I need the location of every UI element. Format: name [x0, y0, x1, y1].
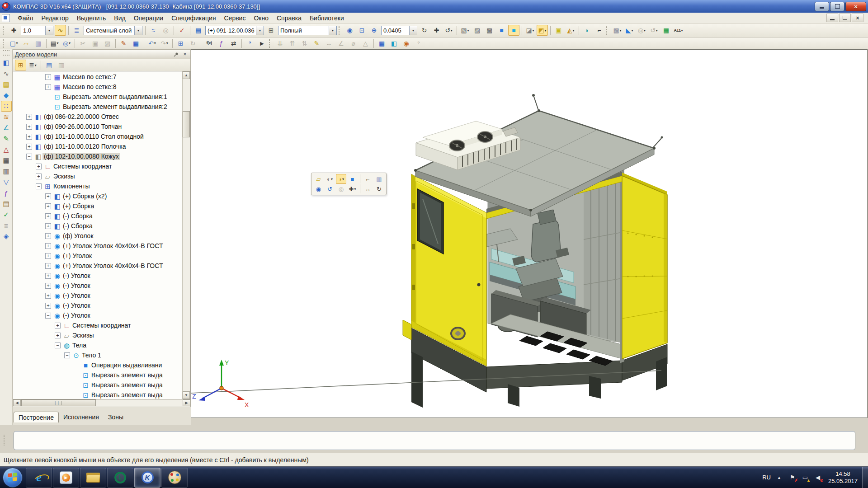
zoom-combo-dropdown-icon[interactable]: ▼ — [409, 26, 417, 35]
float-zoom-prev-icon[interactable]: ↺ — [325, 184, 335, 194]
float-hidden-lines-icon[interactable]: ◐▾ — [325, 174, 335, 184]
tree-item[interactable]: ⊡Вырезать элемент выда — [13, 380, 183, 390]
chevron-down-icon[interactable]: ▾ — [631, 28, 633, 33]
menu-item-спецификация[interactable]: Спецификация — [167, 14, 220, 23]
expand-icon[interactable]: + — [45, 283, 51, 289]
designation-panel-icon[interactable]: △ — [1, 144, 12, 155]
tree-structure-icon[interactable]: ⊞ — [15, 60, 26, 70]
shaded-icon[interactable]: ■ — [496, 25, 507, 36]
tree-item[interactable]: +▦Массив по сетке:7 — [13, 72, 183, 82]
tree-item[interactable]: +▦Массив по сетке:8 — [13, 82, 183, 92]
expand-icon[interactable]: + — [45, 233, 51, 239]
scale-combo[interactable]: 1.0▼ — [21, 26, 53, 35]
view-front-icon[interactable]: ▧▾ — [459, 25, 471, 36]
crane-icon[interactable]: ⌐ — [594, 25, 605, 36]
tree-item-label[interactable]: Тело 1 — [80, 352, 103, 359]
mdi-minimize-button[interactable] — [826, 14, 838, 22]
menu-item-операции[interactable]: Операции — [130, 14, 168, 23]
chevron-down-icon[interactable]: ▾ — [644, 28, 646, 33]
chevron-down-icon[interactable]: ▾ — [533, 28, 534, 33]
tree-item-label[interactable]: (-) Уголок — [61, 312, 92, 319]
chevron-down-icon[interactable]: ▾ — [16, 41, 18, 45]
filter-panel-icon[interactable]: ▽ — [1, 177, 12, 188]
tree-item[interactable]: +∟Системы координат — [13, 320, 183, 330]
expand-icon[interactable]: + — [45, 74, 51, 80]
float-display-mode-icon[interactable]: ◑▾ — [336, 174, 346, 184]
expand-icon[interactable]: + — [45, 193, 51, 199]
tree-item[interactable]: −◧(ф) 102-10.00.0080 Кожух — [13, 151, 183, 161]
float-section-icon[interactable]: ⌐ — [363, 174, 373, 184]
tree-composition-icon[interactable]: ≣▾ — [27, 60, 38, 70]
large-assembly-icon[interactable]: ▩▾ — [612, 25, 623, 36]
chevron-down-icon[interactable]: ▾ — [354, 187, 356, 191]
tree-item-label[interactable]: (+) Уголок Уголок 40x40x4-В ГОСТ — [61, 262, 164, 269]
tree-item[interactable]: +▱Эскизы — [13, 171, 183, 181]
document-combo[interactable]: (+) 091-12.00.036▼ — [205, 26, 264, 35]
document-properties-icon[interactable]: ▤ — [193, 25, 204, 36]
mdi-restore-button[interactable] — [839, 14, 851, 22]
show-desktop-button[interactable] — [862, 467, 868, 488]
toolbar-grip[interactable] — [269, 39, 272, 48]
chevron-down-icon[interactable]: ▾ — [342, 177, 344, 181]
toolbar-grip[interactable] — [339, 26, 341, 35]
chevron-down-icon[interactable]: ▾ — [331, 177, 333, 181]
minimize-button[interactable] — [815, 2, 829, 11]
tree-item[interactable]: ⊡Вырезать элемент выда — [13, 370, 183, 380]
hidden-lines-icon[interactable]: ◪▾ — [524, 25, 536, 36]
tree-item-label[interactable]: Вырезать элемент выдавливания:1 — [61, 93, 169, 100]
collapse-icon[interactable]: − — [45, 313, 51, 319]
tolerance-icon[interactable]: A±1▾ — [673, 25, 684, 36]
maximize-button[interactable] — [830, 2, 844, 11]
tree-item-label[interactable]: (ф) 090-26.00.0010 Топчан — [42, 123, 123, 130]
report-panel-icon[interactable]: ▥ — [1, 166, 12, 177]
new-document-icon[interactable]: ▢▾ — [8, 38, 19, 49]
float-open-view-icon[interactable]: ▱ — [313, 174, 324, 184]
expand-icon[interactable]: + — [45, 293, 51, 299]
menu-item-вид[interactable]: Вид — [110, 14, 129, 23]
document-combo-dropdown-icon[interactable]: ▼ — [256, 26, 264, 35]
tree-report-icon[interactable]: ▤ — [43, 60, 55, 70]
tree-item[interactable]: ⊡Вырезать элемент выдавливания:2 — [13, 102, 183, 112]
tree-item[interactable]: +◉(+) Уголок Уголок 40x40x4-В ГОСТ — [13, 261, 183, 271]
detail-level-combo[interactable]: Полный▼ — [278, 26, 337, 35]
tab-зоны[interactable]: Зоны — [104, 412, 128, 422]
check-document-icon[interactable]: ✓ — [176, 25, 188, 36]
tree-item[interactable]: ■Операция выдавливани — [13, 360, 183, 370]
macro-panel-icon[interactable]: ƒ — [1, 188, 12, 198]
tree-item[interactable]: +◉(-) Уголок — [13, 291, 183, 300]
section-view-icon[interactable]: ◧ — [388, 38, 400, 49]
tree-item-label[interactable]: Эскизы — [52, 173, 76, 180]
refresh-view-icon[interactable]: ↻ — [419, 25, 430, 36]
specification-panel-icon[interactable]: ▦ — [1, 155, 12, 166]
chevron-down-icon[interactable]: ▾ — [69, 41, 71, 45]
float-zoom-page-icon[interactable]: ◉ — [313, 184, 324, 194]
measure-panel-icon[interactable]: ∠ — [1, 122, 12, 133]
tree-item-label[interactable]: Массив по сетке:7 — [61, 73, 118, 80]
chevron-down-icon[interactable]: ▾ — [35, 63, 37, 67]
exchange-icon[interactable]: ⇄ — [228, 38, 239, 49]
scroll-left-icon[interactable]: ◀ — [13, 399, 21, 406]
chevron-down-icon[interactable]: ▾ — [681, 28, 683, 33]
tree-item[interactable]: +∟Системы координат — [13, 161, 183, 171]
insert-fragment-icon[interactable]: ⊞ — [175, 38, 186, 49]
close-panel-icon[interactable]: × — [181, 51, 189, 58]
tree-item[interactable]: +◧(ф) 101-10.00.0120 Полочка — [13, 141, 183, 151]
zoom-combo[interactable]: 0.0405▼ — [381, 26, 417, 35]
snap-move-icon[interactable]: ✚ — [8, 25, 19, 36]
tree-item-label[interactable]: (-) Уголок — [61, 282, 92, 289]
component-panel-icon[interactable]: ◧ — [1, 57, 12, 68]
tree-item[interactable]: +◉(-) Уголок — [13, 300, 183, 310]
properties-panel-icon[interactable]: ≡ — [1, 220, 12, 231]
layer-combo-dropdown-icon[interactable]: ▼ — [134, 26, 142, 35]
snap-mode-icon[interactable]: ∿ — [55, 25, 66, 36]
tab-исполнения[interactable]: Исполнения — [59, 412, 104, 422]
expand-icon[interactable]: + — [26, 124, 32, 130]
tree-item[interactable]: ⊡Вырезать элемент выдавливания:1 — [13, 92, 183, 102]
help-icon[interactable]: ? — [244, 38, 255, 49]
tree-item-label[interactable]: Компоненты — [52, 183, 91, 190]
tree-item-label[interactable]: Вырезать элемент выда — [90, 371, 164, 379]
tree-item-label[interactable]: Эскизы — [71, 332, 95, 339]
scroll-thumb[interactable] — [183, 111, 190, 137]
float-measure-icon[interactable]: ↔ — [363, 184, 373, 194]
grid-icon[interactable]: ▦ — [660, 25, 672, 36]
